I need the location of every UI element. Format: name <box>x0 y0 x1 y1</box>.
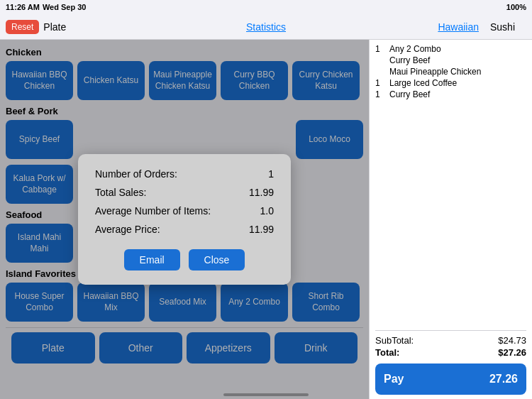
order-item-2: Curry Beef <box>375 55 526 65</box>
modal-label-avg-price: Average Price: <box>95 224 160 235</box>
order-qty-2 <box>375 55 389 65</box>
battery: 100% <box>506 3 526 11</box>
pay-button[interactable]: Pay 27.26 <box>375 364 526 395</box>
totals-section: SubTotal: $24.73 Total: $27.26 Pay 27.26 <box>375 330 526 395</box>
modal-label-orders: Number of Orders: <box>95 168 177 180</box>
modal-label-avg-items: Average Number of Items: <box>95 205 211 217</box>
pay-label: Pay <box>384 373 404 386</box>
close-button[interactable]: Close <box>189 249 245 270</box>
plate-label: Plate <box>43 21 66 33</box>
sushi-tab[interactable]: Sushi <box>490 21 515 33</box>
total-label: Total: <box>375 347 399 358</box>
statistics-modal: Number of Orders: 1 Total Sales: 11.99 A… <box>78 154 291 285</box>
total-row: Total: $27.26 <box>375 347 526 358</box>
order-qty-1: 1 <box>375 44 389 54</box>
email-button[interactable]: Email <box>124 249 180 270</box>
order-name-5: Curry Beef <box>389 89 526 99</box>
order-qty-5: 1 <box>375 89 389 99</box>
subtotal-value: $24.73 <box>498 335 526 346</box>
total-value: $27.26 <box>498 347 526 358</box>
order-qty-4: 1 <box>375 78 389 88</box>
order-name-3: Maui Pineapple Chicken <box>389 67 526 77</box>
nav-bar: Reset Plate Statistics Hawaiian Sushi <box>0 14 532 40</box>
modal-row-orders: Number of Orders: 1 <box>95 168 274 180</box>
modal-value-orders: 1 <box>268 168 274 180</box>
modal-value-avg-price: 11.99 <box>249 224 274 235</box>
subtotal-row: SubTotal: $24.73 <box>375 335 526 346</box>
hawaiian-tab[interactable]: Hawaiian <box>438 21 479 33</box>
modal-row-avg-items: Average Number of Items: 1.0 <box>95 205 274 217</box>
time: 11:26 AM <box>6 3 40 11</box>
modal-value-sales: 11.99 <box>249 187 274 198</box>
order-qty-3 <box>375 67 389 77</box>
date: Wed Sep 30 <box>43 3 87 11</box>
statistics-link[interactable]: Statistics <box>246 21 286 33</box>
right-panel: 1 Any 2 Combo Curry Beef Maui Pineapple … <box>369 40 532 399</box>
order-item-1: 1 Any 2 Combo <box>375 44 526 54</box>
modal-label-sales: Total Sales: <box>95 187 146 198</box>
modal-row-sales: Total Sales: 11.99 <box>95 187 274 198</box>
order-name-4: Large Iced Coffee <box>389 78 526 88</box>
modal-row-avg-price: Average Price: 11.99 <box>95 224 274 235</box>
pay-amount: 27.26 <box>489 373 518 386</box>
order-name-1: Any 2 Combo <box>389 44 526 54</box>
order-list: 1 Any 2 Combo Curry Beef Maui Pineapple … <box>375 44 526 327</box>
subtotal-label: SubTotal: <box>375 335 414 346</box>
order-item-5: 1 Curry Beef <box>375 89 526 99</box>
order-name-2: Curry Beef <box>389 55 526 65</box>
modal-value-avg-items: 1.0 <box>260 205 274 217</box>
reset-button[interactable]: Reset <box>6 20 39 34</box>
status-bar: 11:26 AM Wed Sep 30 100% <box>0 0 532 14</box>
modal-buttons: Email Close <box>95 249 274 270</box>
order-item-4: 1 Large Iced Coffee <box>375 78 526 88</box>
order-item-3: Maui Pineapple Chicken <box>375 67 526 77</box>
modal-overlay: Number of Orders: 1 Total Sales: 11.99 A… <box>0 40 369 399</box>
